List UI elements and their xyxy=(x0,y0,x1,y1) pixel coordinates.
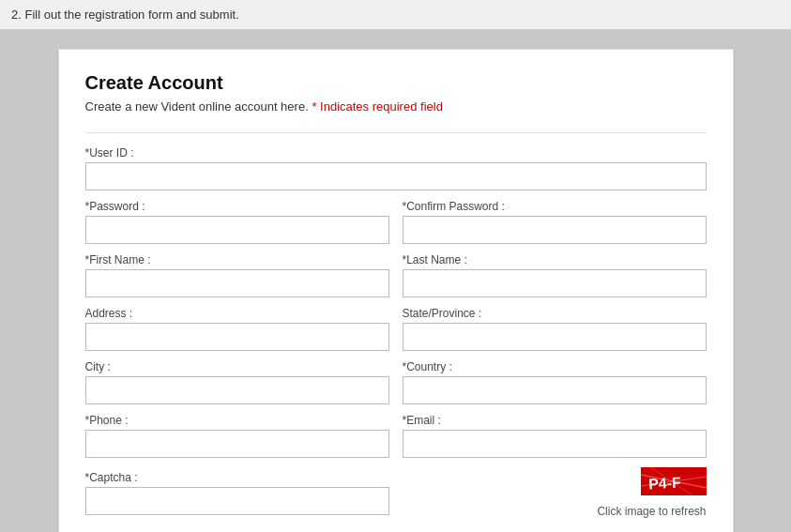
captcha-refresh-text[interactable]: Click image to refresh xyxy=(597,505,706,518)
svg-text:P4-F: P4-F xyxy=(647,475,681,493)
form-card: Create Account Create a new Vident onlin… xyxy=(58,49,734,532)
user-id-group: *User ID : xyxy=(85,146,707,190)
phone-email-row: *Phone : *Email : xyxy=(85,414,707,458)
state-province-group: State/Province : xyxy=(403,307,707,351)
user-id-row: *User ID : xyxy=(85,146,707,190)
captcha-input[interactable] xyxy=(85,487,389,515)
city-input[interactable] xyxy=(85,376,389,404)
confirm-password-input[interactable] xyxy=(403,216,707,244)
country-group: *Country : xyxy=(403,360,707,404)
password-row: *Password : *Confirm Password : xyxy=(85,200,707,244)
password-input[interactable] xyxy=(85,216,389,244)
city-label: City : xyxy=(85,360,389,373)
address-input[interactable] xyxy=(85,323,389,351)
captcha-image[interactable]: P4-F xyxy=(641,467,707,495)
confirm-password-label: *Confirm Password : xyxy=(403,200,707,213)
address-row: Address : State/Province : xyxy=(85,307,707,351)
captcha-group: *Captcha : xyxy=(85,471,389,515)
captcha-label: *Captcha : xyxy=(85,471,389,484)
first-name-group: *First Name : xyxy=(85,253,389,297)
captcha-row: *Captcha : P4-F Click image to refresh xyxy=(85,467,707,518)
first-name-label: *First Name : xyxy=(85,253,389,266)
address-group: Address : xyxy=(85,307,389,351)
city-country-row: City : *Country : xyxy=(85,360,707,404)
top-instruction: 2. Fill out the registration form and su… xyxy=(0,0,791,30)
form-subtitle: Create a new Vident online account here.… xyxy=(85,99,707,114)
captcha-image-group: P4-F Click image to refresh xyxy=(403,467,707,518)
password-label: *Password : xyxy=(85,200,389,213)
email-label: *Email : xyxy=(403,414,707,427)
email-input[interactable] xyxy=(403,430,707,458)
country-input[interactable] xyxy=(403,376,707,404)
user-id-input[interactable] xyxy=(85,162,707,190)
last-name-group: *Last Name : xyxy=(403,253,707,297)
first-name-input[interactable] xyxy=(85,269,389,297)
password-group: *Password : xyxy=(85,200,389,244)
city-group: City : xyxy=(85,360,389,404)
phone-group: *Phone : xyxy=(85,414,389,458)
email-group: *Email : xyxy=(403,414,707,458)
phone-label: *Phone : xyxy=(85,414,389,427)
phone-input[interactable] xyxy=(85,430,389,458)
state-province-label: State/Province : xyxy=(403,307,707,320)
name-row: *First Name : *Last Name : xyxy=(85,253,707,297)
user-id-label: *User ID : xyxy=(85,146,707,160)
state-province-input[interactable] xyxy=(403,323,707,351)
address-label: Address : xyxy=(85,307,389,320)
confirm-password-group: *Confirm Password : xyxy=(403,200,707,244)
last-name-label: *Last Name : xyxy=(403,253,707,266)
last-name-input[interactable] xyxy=(403,269,707,297)
form-title: Create Account xyxy=(85,72,707,94)
required-note: * Indicates required field xyxy=(312,99,442,114)
country-label: *Country : xyxy=(403,360,707,373)
